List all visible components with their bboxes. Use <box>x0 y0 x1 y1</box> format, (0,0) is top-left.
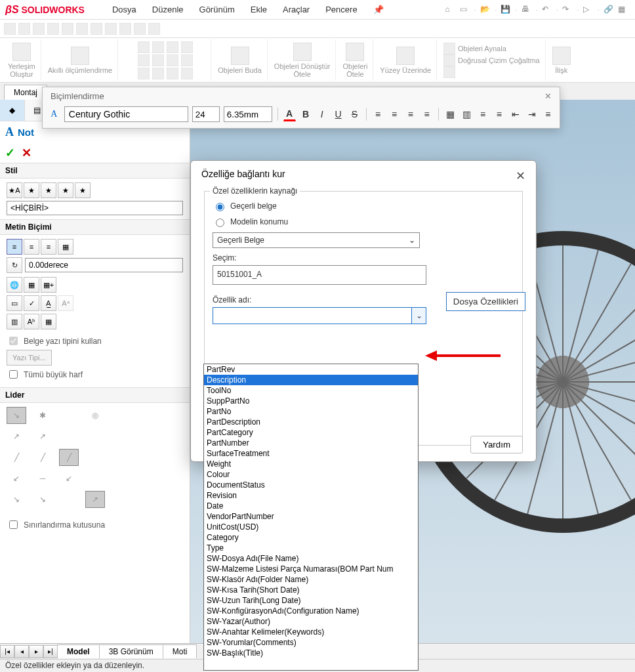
undo-icon[interactable]: ↶ <box>542 5 552 15</box>
leader-opt[interactable]: ╱ <box>33 449 52 466</box>
leader-opt[interactable] <box>59 428 79 445</box>
rg-offset[interactable]: Objeleri Ötele <box>337 39 373 81</box>
italic-icon[interactable]: I <box>316 107 328 121</box>
section-textformat[interactable]: Metin Biçimi <box>0 219 190 235</box>
cancel-button[interactable]: ✕ <box>22 146 31 160</box>
rg-relations[interactable]: İlişk <box>547 39 576 81</box>
leader-opt[interactable]: ↗ <box>7 428 26 445</box>
dialog-close-icon[interactable]: ✕ <box>516 169 525 183</box>
link-prop-icon[interactable]: 🌐 <box>7 277 22 293</box>
dropdown-item[interactable]: SW-Anahtar Kelimeler(Keywords) <box>204 627 418 637</box>
dropdown-item[interactable]: UnitCost(USD) <box>204 522 418 532</box>
save-icon[interactable]: 💾 <box>501 5 511 15</box>
open-icon[interactable]: 📂 <box>480 5 491 15</box>
tf-icon[interactable]: A̲ <box>41 295 56 311</box>
hyperlink-icon[interactable]: ▦ <box>24 277 39 293</box>
style-select[interactable]: <HİÇBİRİ> <box>7 201 183 215</box>
nav-last-icon[interactable]: ▸| <box>43 645 58 658</box>
dropdown-item[interactable]: SW-Klasör Adı(Folder Name) <box>204 574 418 585</box>
bold-icon[interactable]: B <box>300 107 312 121</box>
settings-icon[interactable]: ▦ <box>618 5 628 15</box>
bullets-icon[interactable]: ≡ <box>493 107 506 121</box>
style-update-icon[interactable]: ★ <box>41 182 56 198</box>
dropdown-item[interactable]: SW-Kısa Tarih(Short Date) <box>204 585 418 595</box>
dropdown-item[interactable]: Description <box>204 375 418 385</box>
menu-file[interactable]: Dosya <box>104 5 144 14</box>
chevron-down-icon[interactable]: ⌄ <box>411 308 426 324</box>
dropdown-item[interactable]: Weight <box>204 459 418 469</box>
menu-pin-icon[interactable]: 📌 <box>365 5 392 14</box>
tb-icon[interactable] <box>105 23 117 35</box>
tf-icon[interactable]: Aᵃ <box>58 295 73 311</box>
dropdown-item[interactable]: VendorPartNumber <box>204 511 418 522</box>
tb-icon[interactable] <box>33 23 45 35</box>
selection-input[interactable]: 50151001_A <box>213 265 426 285</box>
menu-edit[interactable]: Düzenle <box>144 5 192 14</box>
rg-layout[interactable]: Yerleşim Oluştur <box>3 39 41 81</box>
dropdown-item[interactable]: PartDescription <box>204 417 418 427</box>
leader-opt[interactable]: ↘ <box>7 407 26 424</box>
radio-current-doc[interactable] <box>216 203 224 211</box>
menu-view[interactable]: Görünüm <box>192 5 243 14</box>
align-center-icon[interactable]: ≡ <box>24 239 39 255</box>
radio-model-location[interactable] <box>216 219 224 227</box>
tb-icon[interactable] <box>47 23 59 35</box>
property-dropdown[interactable]: PartRevDescriptionToolNoSuppPartNoPartNo… <box>203 364 419 671</box>
tb-icon[interactable] <box>76 23 88 35</box>
tab-3dview[interactable]: 3B Görünüm <box>99 644 163 658</box>
dim-input[interactable] <box>224 106 272 122</box>
dropdown-item[interactable]: SW-Dosya Adı(File Name) <box>204 553 418 564</box>
dropdown-item[interactable]: SurfaceTreatment <box>204 448 418 459</box>
note-a-icon[interactable]: A <box>48 107 60 121</box>
align-right-icon[interactable]: ≡ <box>41 239 56 255</box>
justify-full-icon[interactable]: ≡ <box>420 107 433 121</box>
menu-insert[interactable]: Ekle <box>243 5 275 14</box>
ok-button[interactable]: ✓ <box>5 146 15 160</box>
dropdown-item[interactable]: Category <box>204 532 418 543</box>
dropdown-item[interactable]: SW-KonfigürasyonAdı(Configuration Name) <box>204 606 418 616</box>
nav-prev-icon[interactable]: ◂ <box>14 645 29 658</box>
print-icon[interactable]: 🖶 <box>522 5 532 15</box>
dropdown-item[interactable]: PartNumber <box>204 438 418 448</box>
tb-icon[interactable] <box>91 23 102 35</box>
numbering-icon[interactable]: ≡ <box>477 107 489 121</box>
style-save-icon[interactable]: ★ <box>75 182 91 198</box>
leader-opt[interactable]: ↘ <box>33 491 52 508</box>
leader-opt[interactable] <box>85 449 105 466</box>
font-select[interactable] <box>64 106 188 122</box>
link-icon[interactable]: 🔗 <box>604 5 614 15</box>
redo-icon[interactable]: ↷ <box>562 5 573 15</box>
nav-next-icon[interactable]: ▸ <box>29 645 43 658</box>
dropdown-item[interactable]: Colour <box>204 469 418 480</box>
dropdown-item[interactable]: SW-Yazar(Author) <box>204 616 418 627</box>
leader-opt[interactable] <box>59 491 79 508</box>
style-apply-icon[interactable]: ★A <box>7 182 22 198</box>
dropdown-item[interactable]: SW-Yorumlar(Comments) <box>204 637 418 648</box>
tf-icon[interactable]: ▦ <box>41 314 56 329</box>
rg-trim[interactable]: Objeleri Buda <box>213 39 268 81</box>
dropdown-item[interactable]: PartNo <box>204 406 418 417</box>
tab-assembly[interactable]: Montaj <box>4 85 47 100</box>
align-justify-icon[interactable]: ▦ <box>58 239 73 255</box>
leader-opt[interactable]: ↗ <box>85 491 105 508</box>
dropdown-item[interactable]: Type <box>204 543 418 553</box>
tb-icon[interactable] <box>148 23 160 35</box>
formatting-close-icon[interactable]: ✕ <box>544 91 552 101</box>
fontsize-select[interactable] <box>192 106 220 122</box>
angle-input[interactable] <box>25 258 183 272</box>
tf-icon[interactable]: ✓ <box>24 295 39 311</box>
leader-opt[interactable] <box>85 428 105 445</box>
allcaps-checkbox[interactable] <box>9 370 18 379</box>
add-symbol-icon[interactable]: ▦+ <box>41 277 56 293</box>
leader-opt[interactable]: ╱ <box>59 449 79 466</box>
bounding-checkbox[interactable] <box>9 520 18 529</box>
nav-first-icon[interactable]: |◂ <box>0 645 14 658</box>
rg-convert[interactable]: Objeleri Dönüştür Ötele <box>269 39 337 81</box>
menu-tools[interactable]: Araçlar <box>275 5 318 14</box>
help-button[interactable]: Yardım <box>470 436 523 453</box>
home-icon[interactable]: ⌂ <box>445 5 456 15</box>
file-properties-button[interactable]: Dosya Özellikleri <box>446 292 525 311</box>
menu-window[interactable]: Pencere <box>318 5 365 14</box>
section-style[interactable]: Stil <box>0 163 190 178</box>
dropdown-item[interactable]: SW-Uzun Tarih(Long Date) <box>204 595 418 606</box>
